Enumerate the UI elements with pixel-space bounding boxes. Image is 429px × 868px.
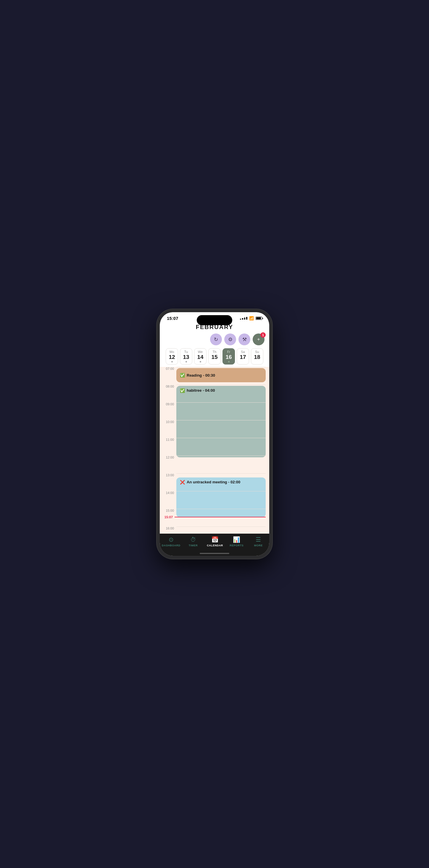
day-num-sat: 17	[237, 354, 248, 360]
reading-text: Reading - 00:30	[187, 373, 215, 377]
dashboard-label: DASHBOARD	[162, 544, 180, 547]
app-header: FEBRUARY ↻ ⚙ ⚒ + 1 Mo	[160, 322, 269, 367]
dashboard-icon: ⊙	[169, 536, 174, 543]
add-badge: 1	[260, 332, 266, 338]
time-label-1400: 14:00	[160, 491, 176, 495]
current-time-label: 15:07	[160, 515, 175, 519]
day-name-mon: Mo	[167, 350, 177, 353]
time-label-1000: 10:00	[160, 420, 176, 424]
tab-reports[interactable]: 📊 REPORTS	[228, 536, 246, 547]
current-time-line	[175, 517, 266, 517]
tab-bar: ⊙ DASHBOARD ⏱ TIMER 📅 CALENDAR 📊 REPORTS…	[160, 534, 269, 553]
time-label-0800: 08:00	[160, 384, 176, 388]
day-cell-wed[interactable]: We 14	[194, 348, 206, 365]
time-label-0900: 09:00	[160, 402, 176, 406]
plus-icon: +	[257, 336, 260, 342]
time-label-0700: 07:00	[160, 367, 176, 370]
day-strip: Mo 12 Tu 13 We 14 Th 15	[165, 348, 264, 365]
calendar-icon: 📅	[211, 536, 219, 543]
tab-dashboard[interactable]: ⊙ DASHBOARD	[162, 536, 180, 547]
timer-icon: ⏱	[190, 536, 196, 543]
more-label: MORE	[254, 544, 263, 547]
day-num-mon: 12	[167, 354, 177, 360]
day-cell-fri[interactable]: Fr 16	[223, 348, 235, 365]
home-bar	[200, 553, 229, 554]
reading-icon: ✅	[180, 373, 185, 377]
dynamic-island	[197, 315, 232, 325]
day-dot-tue	[185, 361, 187, 363]
phone-screen: 15:07 📶 FEBRUARY ↻	[160, 312, 269, 556]
day-num-fri: 16	[223, 354, 234, 360]
gear-icon: ⚙	[228, 336, 233, 343]
day-dot-wed	[200, 361, 201, 363]
wifi-icon: 📶	[249, 316, 254, 320]
calendar-body[interactable]: 07:00 ✅ Reading - 00:30 08:00	[160, 367, 269, 534]
sync-button[interactable]: ↻	[210, 334, 222, 345]
time-label-1200: 12:00	[160, 456, 176, 459]
home-indicator	[160, 553, 269, 556]
day-name-thu: Th	[209, 350, 220, 353]
day-dot-sat	[242, 361, 244, 363]
tools-icon: ⚒	[242, 336, 247, 343]
tab-timer[interactable]: ⏱ TIMER	[184, 536, 202, 547]
day-name-sat: Sa	[237, 350, 248, 353]
day-num-wed: 14	[195, 354, 206, 360]
day-name-sun: Su	[252, 350, 262, 353]
current-time-indicator: 15:07	[160, 515, 266, 519]
habitree-text: habitree - 04:00	[187, 388, 215, 393]
event-reading[interactable]: ✅ Reading - 00:30	[176, 368, 266, 382]
day-cell-tue[interactable]: Tu 13	[180, 348, 192, 365]
day-dot-sun	[257, 361, 258, 363]
day-dot-mon	[171, 361, 173, 363]
phone-frame: 15:07 📶 FEBRUARY ↻	[157, 309, 272, 559]
day-name-tue: Tu	[181, 350, 192, 353]
time-label-1100: 11:00	[160, 438, 176, 441]
tools-button[interactable]: ⚒	[238, 334, 250, 345]
toolbar: ↻ ⚙ ⚒ + 1	[165, 334, 264, 345]
day-dot-fri	[228, 361, 230, 363]
day-num-tue: 13	[181, 354, 192, 360]
time-label-1600: 16:00	[160, 527, 176, 530]
reports-icon: 📊	[233, 536, 240, 543]
more-icon: ☰	[256, 536, 261, 543]
meeting-icon: ❌	[180, 480, 185, 485]
status-icons: 📶	[240, 316, 262, 320]
add-button[interactable]: + 1	[253, 334, 264, 345]
day-name-fri: Fr	[223, 350, 234, 353]
tab-more[interactable]: ☰ MORE	[250, 536, 267, 547]
settings-button[interactable]: ⚙	[224, 334, 236, 345]
day-cell-mon[interactable]: Mo 12	[166, 348, 178, 365]
timer-label: TIMER	[189, 544, 198, 547]
day-num-thu: 15	[209, 354, 220, 360]
day-cell-sat[interactable]: Sa 17	[237, 348, 249, 365]
meeting-text: An untracked meeting - 02:00	[187, 480, 240, 484]
day-num-sun: 18	[252, 354, 262, 360]
status-time: 15:07	[167, 316, 178, 321]
habitree-icon: ✅	[180, 388, 185, 393]
day-name-wed: We	[195, 350, 206, 353]
reports-label: REPORTS	[230, 544, 244, 547]
time-label-1300: 13:00	[160, 473, 176, 477]
calendar-label: CALENDAR	[207, 544, 223, 547]
day-cell-thu[interactable]: Th 15	[208, 348, 221, 365]
tab-calendar[interactable]: 📅 CALENDAR	[206, 536, 224, 547]
day-dot-thu	[214, 361, 216, 363]
day-cell-sun[interactable]: Su 18	[251, 348, 263, 365]
sync-icon: ↻	[214, 336, 218, 343]
time-label-1500: 15:00	[160, 509, 176, 513]
signal-icon	[240, 317, 247, 319]
battery-icon	[256, 317, 262, 320]
